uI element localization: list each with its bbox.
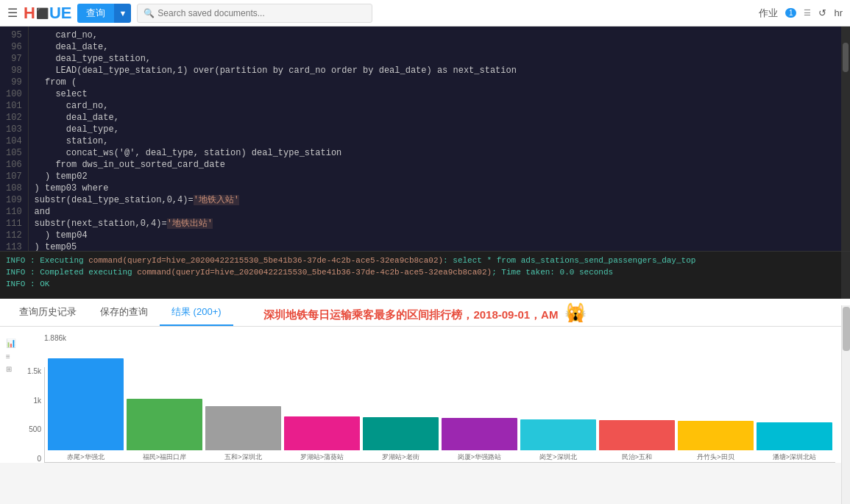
chart-option2[interactable]: ⊞ — [6, 365, 16, 373]
editor-scrollbar[interactable] — [841, 26, 850, 251]
logo: H ⬛ UE — [24, 4, 71, 23]
bar — [520, 419, 596, 450]
nav-left: ☰ H ⬛ UE 查询 ▼ 🔍 — [7, 4, 372, 23]
bar-label: 民治>五和 — [622, 452, 652, 462]
tab-results[interactable]: 结果 (200+) — [160, 299, 233, 326]
bar-group[interactable]: 赤尾>华强北 — [48, 358, 124, 462]
chart-area: 1.886k 1.5k1k5000 赤尾>华强北福民>福田口岸五和>深圳北罗湖站… — [0, 327, 850, 463]
nav-right: 作业 1 ☰ ↺ hr — [759, 7, 843, 20]
code-content[interactable]: card_no, deal_date, deal_type_station, L… — [29, 26, 841, 251]
chart-inner: 1.5k1k5000 赤尾>华强北福民>福田口岸五和>深圳北罗湖站>蒲葵站罗湖站… — [15, 344, 835, 463]
refresh-icon[interactable]: ↺ — [818, 7, 826, 18]
y-max-label: 1.886k — [44, 334, 835, 342]
query-button[interactable]: 查询 — [77, 4, 114, 23]
bar-group[interactable]: 丹竹头>田贝 — [678, 421, 754, 462]
chart-title: 深圳地铁每日运输乘客最多的区间排行榜，2018-09-01，AM 🙀 — [263, 302, 586, 323]
bar — [678, 421, 754, 450]
right-scrollbar-thumb — [843, 307, 850, 351]
y-axis: 1.5k1k5000 — [15, 367, 44, 463]
bar-label: 赤尾>华强北 — [67, 452, 104, 462]
bar-label: 潘塘>深圳北站 — [773, 452, 816, 462]
info-scrollbar[interactable] — [841, 252, 850, 299]
code-editor[interactable]: 9596979899100101102103104105106107108109… — [0, 26, 850, 251]
bar-label: 岗厦>华强路站 — [458, 452, 501, 462]
task-label: 作业 — [759, 7, 778, 20]
tab-history[interactable]: 查询历史记录 — [7, 299, 88, 326]
hamburger-icon[interactable]: ☰ — [7, 6, 18, 20]
user-avatar[interactable]: hr — [834, 7, 843, 18]
bar-group[interactable]: 岗厦>华强路站 — [442, 418, 517, 462]
logo-ue: UE — [49, 4, 72, 23]
bar-label: 丹竹头>田贝 — [697, 452, 734, 462]
y-axis-label: 1.5k — [15, 367, 41, 375]
logo-dot: ⬛ — [36, 7, 49, 19]
bar-label: 罗湖站>蒲葵站 — [300, 452, 344, 462]
bar-label: 罗湖站>老街 — [382, 452, 419, 462]
line-numbers: 9596979899100101102103104105106107108109… — [0, 26, 29, 251]
search-bar: 🔍 — [137, 4, 372, 23]
bar-group[interactable]: 潘塘>深圳北站 — [757, 422, 832, 462]
bar — [284, 416, 360, 450]
bars-container: 赤尾>华强北福民>福田口岸五和>深圳北罗湖站>蒲葵站罗湖站>老街岗厦>华强路站岗… — [44, 367, 835, 463]
bar-group[interactable]: 罗湖站>蒲葵站 — [284, 416, 360, 462]
y-axis-label: 500 — [15, 425, 41, 433]
tabs-bar: 查询历史记录 保存的查询 结果 (200+) 深圳地铁每日运输乘客最多的区间排行… — [0, 299, 850, 327]
chart-option1[interactable]: ≡ — [6, 352, 16, 361]
bar — [127, 399, 202, 450]
emoji-icon: 🙀 — [564, 302, 587, 322]
bar — [757, 422, 832, 450]
info-line: INFO : Completed executing command(query… — [6, 266, 844, 278]
chart-title-text: 深圳地铁每日运输乘客最多的区间排行榜，2018-09-01，AM — [263, 308, 558, 321]
bar-label: 五和>深圳北 — [224, 452, 261, 462]
bar-group[interactable]: 五和>深圳北 — [205, 406, 281, 462]
chart-left-icons: 📊 ≡ ⊞ — [6, 338, 16, 373]
info-line: INFO : Executing command(queryId=hive_20… — [6, 255, 844, 266]
query-dropdown-button[interactable]: ▼ — [114, 4, 131, 23]
bar-group[interactable]: 岗芝>深圳北 — [520, 419, 596, 462]
bar-label: 岗芝>深圳北 — [539, 452, 576, 462]
tab-saved[interactable]: 保存的查询 — [88, 299, 160, 326]
bar-group[interactable]: 福民>福田口岸 — [127, 399, 202, 462]
bar — [48, 358, 124, 450]
task-badge: 1 — [785, 8, 797, 18]
right-main-scrollbar[interactable] — [841, 305, 850, 504]
search-icon: 🔍 — [144, 8, 155, 18]
list-icon: ☰ — [804, 8, 811, 18]
y-axis-label: 0 — [15, 455, 41, 463]
chart-type-icon[interactable]: 📊 — [6, 338, 16, 348]
bar — [363, 417, 439, 450]
query-button-group: 查询 ▼ — [77, 4, 131, 23]
bar — [599, 420, 675, 450]
bar-group[interactable]: 罗湖站>老街 — [363, 417, 439, 462]
bar-label: 福民>福田口岸 — [143, 452, 186, 462]
scrollbar-thumb — [843, 43, 849, 72]
bar — [205, 406, 281, 450]
y-axis-label: 1k — [15, 397, 41, 405]
top-nav: ☰ H ⬛ UE 查询 ▼ 🔍 作业 1 ☰ ↺ hr — [0, 0, 850, 26]
info-line: INFO : OK — [6, 278, 844, 290]
logo-h: H — [24, 4, 35, 23]
bar-group[interactable]: 民治>五和 — [599, 420, 675, 462]
info-panel: INFO : Executing command(queryId=hive_20… — [0, 251, 850, 299]
bar — [442, 418, 517, 450]
search-input[interactable] — [157, 8, 366, 18]
